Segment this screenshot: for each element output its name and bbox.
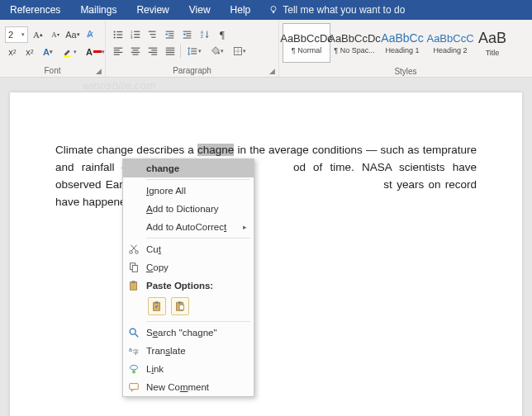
ctx-suggestion-change[interactable]: change (123, 159, 254, 177)
svg-rect-63 (179, 305, 183, 310)
font-color-button[interactable]: A▾ (83, 45, 108, 59)
font-dialog-launcher[interactable]: ◢ (94, 67, 102, 75)
text-effects-button[interactable]: A▾ (40, 45, 56, 59)
svg-line-54 (131, 245, 136, 251)
misspelled-word-chagne[interactable]: chagne (197, 144, 234, 156)
ctx-ignore-all[interactable]: Ignore All (123, 182, 254, 200)
sort-button[interactable]: AZ (197, 27, 212, 42)
tab-view[interactable]: View (179, 0, 221, 20)
svg-rect-23 (186, 33, 191, 34)
tab-help[interactable]: Help (221, 0, 261, 20)
svg-rect-46 (191, 53, 197, 54)
highlight-button[interactable]: ▾ (59, 45, 80, 59)
change-case-button[interactable]: Aa▾ (65, 27, 80, 42)
svg-point-47 (218, 52, 220, 54)
font-size-combo[interactable]: 2▾ (5, 26, 28, 43)
svg-rect-22 (183, 31, 192, 31)
clear-formatting-button[interactable]: A̷ (83, 27, 97, 42)
lightbulb-icon (268, 5, 278, 15)
svg-rect-35 (133, 54, 139, 54)
paste-text-only-button[interactable] (171, 297, 189, 315)
shading-button[interactable]: ▾ (207, 44, 227, 59)
ctx-new-comment[interactable]: New Comment (123, 378, 254, 396)
borders-button[interactable]: ▾ (230, 44, 249, 59)
svg-rect-58 (131, 281, 135, 283)
style-heading-1[interactable]: AaBbCc Heading 1 (378, 23, 426, 63)
align-right-button[interactable] (145, 44, 160, 59)
numbering-button[interactable]: 123 (128, 27, 143, 42)
ribbon: 2▾ A▴ A▾ Aa▾ A̷ x2 x2 A▾ ▾ A▾ (0, 20, 532, 78)
justify-button[interactable] (163, 44, 178, 59)
style-no-spacing[interactable]: AaBbCcDc ¶ No Spac... (330, 23, 378, 63)
svg-point-68 (131, 366, 138, 370)
svg-rect-56 (132, 265, 137, 272)
tell-me-search[interactable]: Tell me what you want to do (260, 4, 413, 16)
link-icon (127, 362, 140, 376)
document-paragraph[interactable]: Climate change describes a chagne in the… (55, 142, 477, 211)
svg-rect-28 (114, 47, 123, 48)
svg-rect-18 (166, 31, 174, 31)
line-spacing-button[interactable]: ▾ (183, 44, 205, 59)
svg-rect-19 (169, 33, 173, 34)
style-title[interactable]: AaB Title (474, 23, 511, 63)
ctx-copy[interactable]: Copy (123, 258, 254, 277)
ctx-paste-options-label: Paste Options: (123, 277, 254, 295)
svg-rect-17 (151, 36, 155, 37)
ribbon-tabs: References Mailings Review View Help Tel… (0, 0, 532, 20)
group-label-paragraph: Paragraph ◢ (106, 65, 278, 77)
align-left-button[interactable] (111, 44, 126, 59)
shrink-font-button[interactable]: A▾ (48, 27, 63, 42)
translate-icon: a字 (127, 344, 140, 357)
paste-keep-source-button[interactable] (148, 297, 166, 315)
styles-gallery[interactable]: AaBbCcDc ¶ Normal AaBbCcDc ¶ No Spac... … (281, 21, 512, 64)
svg-rect-29 (114, 50, 120, 50)
svg-rect-42 (166, 51, 175, 52)
svg-point-7 (114, 36, 116, 38)
group-paragraph: 123 AZ ¶ ▾ ▾ ▾ (106, 20, 279, 77)
group-label-styles: Styles (279, 66, 532, 78)
svg-rect-60 (154, 301, 158, 304)
paragraph-dialog-launcher[interactable]: ◢ (268, 67, 276, 75)
ctx-cut[interactable]: Cut (123, 240, 254, 258)
tab-review[interactable]: Review (126, 0, 178, 20)
comment-icon (127, 381, 140, 394)
svg-rect-37 (151, 50, 157, 50)
svg-rect-31 (114, 54, 120, 54)
superscript-button[interactable]: x2 (22, 45, 37, 59)
document-page[interactable]: Climate change describes a chagne in the… (10, 92, 522, 416)
grow-font-button[interactable]: A▴ (31, 27, 45, 42)
ctx-link[interactable]: Link (123, 360, 254, 378)
misspelled-word-temprature[interactable]: temprature (423, 144, 477, 156)
style-heading-2[interactable]: AaBbCcC Heading 2 (426, 23, 474, 63)
align-center-button[interactable] (128, 44, 143, 59)
multilevel-list-button[interactable] (145, 27, 160, 42)
ctx-add-autocorrect[interactable]: Add to AutoCorrect▸ (123, 218, 254, 236)
tab-references[interactable]: References (0, 0, 70, 20)
copy-icon (127, 261, 140, 274)
decrease-indent-button[interactable] (163, 27, 178, 42)
svg-rect-43 (166, 54, 175, 54)
ctx-translate[interactable]: a字 Translate (123, 342, 254, 360)
style-normal[interactable]: AaBbCcDc ¶ Normal (283, 23, 330, 63)
svg-rect-2 (64, 55, 71, 57)
group-font: 2▾ A▴ A▾ Aa▾ A̷ x2 x2 A▾ ▾ A▾ (0, 20, 106, 77)
increase-indent-button[interactable] (180, 27, 195, 42)
svg-rect-44 (191, 48, 197, 49)
paste-icon (127, 279, 140, 292)
tab-mailings[interactable]: Mailings (70, 0, 126, 20)
ctx-add-dictionary[interactable]: Add to Dictionary (123, 200, 254, 218)
svg-rect-15 (149, 31, 156, 31)
svg-rect-34 (131, 51, 140, 52)
svg-rect-62 (178, 301, 181, 304)
svg-point-5 (114, 33, 116, 35)
svg-rect-36 (149, 47, 158, 48)
svg-line-65 (135, 334, 139, 338)
group-styles: AaBbCcDc ¶ Normal AaBbCcDc ¶ No Spac... … (279, 20, 532, 77)
ctx-search[interactable]: Search "chagne" (123, 324, 254, 342)
tell-me-label: Tell me what you want to do (283, 4, 405, 16)
bullets-button[interactable] (111, 27, 126, 42)
svg-rect-69 (132, 371, 135, 374)
svg-text:3: 3 (131, 35, 133, 40)
show-marks-button[interactable]: ¶ (215, 27, 230, 42)
subscript-button[interactable]: x2 (5, 45, 20, 59)
